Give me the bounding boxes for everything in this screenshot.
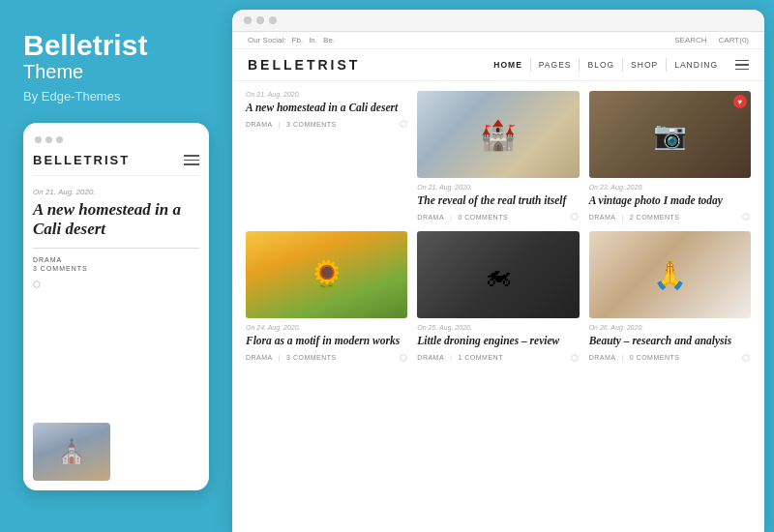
desktop-content: On 21. Aug. 2020. A new homestead in a C… xyxy=(232,81,764,532)
dot-3 xyxy=(56,136,63,143)
dot-2 xyxy=(45,136,52,143)
mobile-logo: BELLETRIST xyxy=(33,153,130,167)
article-6-meta: DRAMA | 0 COMMENTS ⬡ xyxy=(589,353,751,363)
brand-title: Belletrist xyxy=(23,29,209,61)
article-6-share-icon[interactable]: ⬡ xyxy=(742,353,751,363)
article-4-meta: DRAMA | 3 COMMENTS ⬡ xyxy=(246,353,407,363)
search-link[interactable]: SEARCH xyxy=(674,36,706,44)
nav-blog[interactable]: BLOG xyxy=(580,58,623,72)
article-3-meta: DRAMA | 2 COMMENTS ⬡ xyxy=(589,212,751,222)
article-5-meta: DRAMA | 1 COMMENT ⬡ xyxy=(417,353,579,363)
mobile-share-icon[interactable]: ⬡ xyxy=(33,280,199,289)
badge-icon: ♥ xyxy=(738,98,743,106)
article-6-title[interactable]: Beauty – research and analysis xyxy=(589,334,751,347)
article-card-6: 🙏 On 26. Aug. 2020. Beauty – research an… xyxy=(589,231,751,362)
article-3-tag: DRAMA xyxy=(589,214,616,221)
nav-pages[interactable]: PAGES xyxy=(531,58,580,72)
article-1-comments: 3 COMMENTS xyxy=(286,121,337,128)
desktop-titlebar xyxy=(232,10,764,32)
article-4-date: On 24. Aug. 2020. xyxy=(246,324,407,331)
nav-hamburger-icon[interactable] xyxy=(735,60,749,71)
article-5-date: On 25. Aug. 2020. xyxy=(417,324,579,331)
article-1-share-icon[interactable]: ⬡ xyxy=(400,119,408,129)
social-label: Our Social: xyxy=(248,36,286,44)
article-4-title[interactable]: Flora as a motif in modern works xyxy=(246,334,407,347)
article-3-title[interactable]: A vintage photo I made today xyxy=(589,193,751,207)
nav-shop[interactable]: SHOP xyxy=(623,58,667,72)
article-3-date: On 23. Aug. 2020. xyxy=(589,184,751,191)
article-6-tag: DRAMA xyxy=(589,354,616,361)
article-2-date: On 21. Aug. 2020. xyxy=(417,184,579,191)
article-card-5: 🏍 On 25. Aug. 2020. Little droning engin… xyxy=(417,231,579,362)
article-1-tag: DRAMA xyxy=(246,121,273,128)
mobile-article-comments: 3 COMMENTS xyxy=(33,265,199,272)
social-in[interactable]: In. xyxy=(309,36,317,44)
left-panel: Belletrist Theme By Edge-Themes BELLETRI… xyxy=(0,0,232,532)
social-fb[interactable]: Fb. xyxy=(292,36,304,44)
article-5-share-icon[interactable]: ⬡ xyxy=(571,353,580,363)
church-thumb-image xyxy=(33,423,110,481)
brand-by: By Edge-Themes xyxy=(23,89,209,103)
article-2-comments: 0 COMMENTS xyxy=(458,214,508,221)
meta-dot-4: | xyxy=(279,354,281,361)
mobile-thumb-1 xyxy=(33,423,110,481)
article-1-date: On 21. Aug. 2020. xyxy=(246,91,407,98)
article-6-image: 🙏 xyxy=(589,231,751,318)
mobile-mockup: BELLETRIST On 21. Aug. 2020. A new homes… xyxy=(23,123,209,490)
motorcycle-image: 🏍 xyxy=(417,231,579,318)
red-badge: ♥ xyxy=(733,95,747,108)
article-2-share-icon[interactable]: ⬡ xyxy=(571,212,580,222)
article-6-date: On 26. Aug. 2020. xyxy=(589,324,751,331)
social-be[interactable]: Be. xyxy=(323,36,335,44)
social-links: Our Social: Fb. In. Be. xyxy=(248,36,335,44)
camera-image: 📷 xyxy=(589,91,751,178)
titlebar-dot-1 xyxy=(244,16,252,24)
topbar-right: SEARCH CART(0) xyxy=(674,36,749,44)
meta-dot-5: | xyxy=(450,354,452,361)
article-card-3: 📷 ♥ On 23. Aug. 2020. A vintage photo I … xyxy=(589,91,751,222)
article-3-share-icon[interactable]: ⬡ xyxy=(742,212,751,222)
mobile-navbar: BELLETRIST xyxy=(33,153,199,176)
dot-1 xyxy=(35,136,42,143)
mobile-article-title: A new homestead in a Cali desert xyxy=(33,200,199,240)
articles-row-2: 🌻 On 24. Aug. 2020. Flora as a motif in … xyxy=(246,231,751,362)
titlebar-dot-2 xyxy=(256,16,264,24)
meta-dot-2: | xyxy=(450,214,452,221)
article-3-image: 📷 ♥ xyxy=(589,91,751,178)
articles-row-1: On 21. Aug. 2020. A new homestead in a C… xyxy=(246,91,751,222)
mobile-article-date: On 21. Aug. 2020. xyxy=(33,188,199,196)
article-2-title[interactable]: The reveal of the real truth itself xyxy=(417,193,579,207)
mobile-titlebar-dots xyxy=(33,136,199,143)
mobile-thumbnails xyxy=(33,423,199,481)
desktop-topbar: Our Social: Fb. In. Be. SEARCH CART(0) xyxy=(232,32,764,49)
article-5-title[interactable]: Little droning engines – review xyxy=(417,334,579,347)
article-2-meta: DRAMA | 0 COMMENTS ⬡ xyxy=(417,212,579,222)
desktop-navbar: Belletrist HOME PAGES BLOG SHOP LANDING xyxy=(232,49,764,81)
desktop-logo: Belletrist xyxy=(248,57,360,73)
meta-dot-1: | xyxy=(279,121,281,128)
nav-home[interactable]: HOME xyxy=(486,58,531,72)
brand-subtitle: Theme xyxy=(23,61,209,83)
article-4-image: 🌻 xyxy=(246,231,407,318)
meta-dot-3: | xyxy=(621,214,623,221)
mobile-article-tag: DRAMA xyxy=(33,256,199,263)
article-5-tag: DRAMA xyxy=(417,354,444,361)
nav-landing[interactable]: LANDING xyxy=(667,58,726,72)
article-5-comments: 1 COMMENT xyxy=(458,354,503,361)
mobile-hamburger-icon[interactable] xyxy=(184,155,199,165)
article-4-share-icon[interactable]: ⬡ xyxy=(400,353,408,363)
article-2-tag: DRAMA xyxy=(417,214,444,221)
article-1-title[interactable]: A new homestead in a Cali desert xyxy=(246,101,407,114)
titlebar-dot-3 xyxy=(269,16,277,24)
church-image: 🏰 xyxy=(417,91,579,178)
article-4-tag: DRAMA xyxy=(246,354,273,361)
article-card-1: On 21. Aug. 2020. A new homestead in a C… xyxy=(246,91,407,222)
sunflower-image: 🌻 xyxy=(246,231,407,318)
desktop-nav: HOME PAGES BLOG SHOP LANDING xyxy=(486,58,749,72)
article-4-comments: 3 COMMENTS xyxy=(286,354,337,361)
cart-link[interactable]: CART(0) xyxy=(719,36,749,44)
article-card-2: 🏰 On 21. Aug. 2020. The reveal of the re… xyxy=(417,91,579,222)
article-card-4: 🌻 On 24. Aug. 2020. Flora as a motif in … xyxy=(246,231,407,362)
article-5-image: 🏍 xyxy=(417,231,579,318)
article-2-image: 🏰 xyxy=(417,91,579,178)
